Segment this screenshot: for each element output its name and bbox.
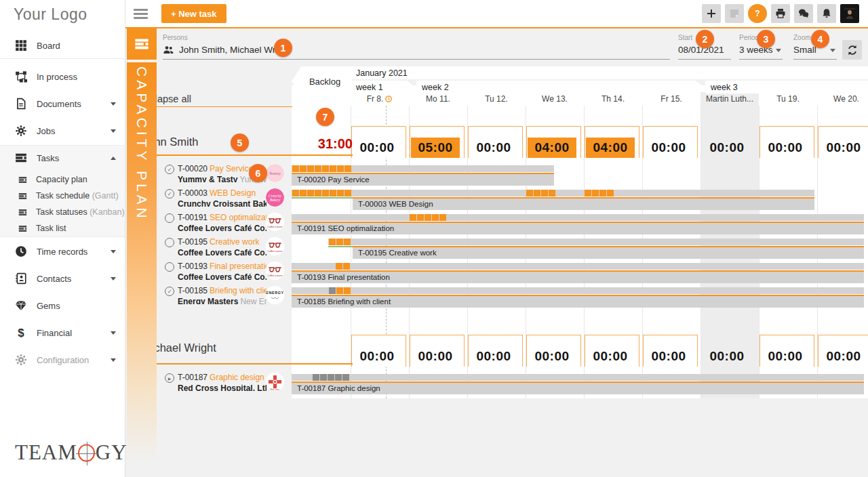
planned-hour-square [329, 239, 336, 245]
hours-cell[interactable]: 00:00 [701, 335, 756, 367]
hours-cell[interactable]: 00:00 [468, 335, 523, 367]
task-bar-label[interactable]: T-00195 Creative work [353, 247, 864, 259]
hours-cell[interactable]: 00:00 [760, 126, 814, 158]
task-status-play-icon[interactable]: ▶ [165, 373, 174, 383]
task-duration-bar[interactable] [292, 374, 864, 381]
task-status-done-icon[interactable]: ✓ [165, 189, 174, 199]
chat-icon[interactable] [794, 4, 813, 23]
task-row-text[interactable]: T-00195Creative workCoffee Lovers Café C… [178, 236, 267, 255]
sidebar-item-capacity-plan[interactable]: Capacity plan [0, 171, 125, 188]
task-bar-label[interactable]: T-00193 Final presentation [292, 272, 864, 283]
hours-value: 04:00 [528, 138, 576, 158]
help-icon[interactable]: ? [748, 4, 767, 23]
sidebar-item-configuration[interactable]: Configuration [0, 351, 125, 369]
task-duration-bar[interactable] [292, 287, 864, 294]
task-duration-bar[interactable] [292, 263, 864, 270]
capacity-plan-tab-icon[interactable] [127, 28, 157, 60]
sidebar-item-time-records[interactable]: Time records [0, 243, 125, 260]
planned-hour-square [344, 190, 351, 196]
day-header: Mo 11. [409, 94, 467, 104]
sidebar-item-in-process[interactable]: In process [0, 68, 125, 85]
planned-hour-square [315, 165, 321, 172]
planned-hour-square [330, 190, 336, 196]
task-status-done-icon[interactable]: ✓ [165, 287, 174, 296]
zoom-select[interactable]: Small [793, 45, 816, 55]
task-done-line [328, 246, 352, 247]
hours-cell[interactable]: 05:00 [410, 126, 465, 158]
hours-cell[interactable]: 00:00 [351, 335, 406, 367]
chevron-down-icon [111, 331, 116, 335]
task-client-rest: New Energ... [240, 297, 267, 305]
hours-cell[interactable]: 00:00 [818, 126, 868, 158]
task-row-text[interactable]: T-00187Graphic designRed Cross Hospital,… [178, 372, 267, 391]
hours-cell[interactable]: 04:00 [526, 126, 581, 158]
task-status-open-icon[interactable] [165, 262, 174, 272]
task-bar-label[interactable]: T-00003 WEB Design [353, 199, 814, 210]
task-code: T-00020 [178, 164, 208, 173]
hours-cell[interactable]: 04:00 [585, 126, 639, 158]
planned-hour-square [337, 190, 344, 196]
menu-icon[interactable] [134, 9, 148, 21]
hours-cell[interactable]: 00:00 [760, 335, 814, 367]
annotation-badge: 1 [274, 39, 292, 57]
hours-cell[interactable]: 00:00 [526, 335, 581, 367]
hours-cell[interactable]: 00:00 [701, 126, 756, 158]
new-task-button[interactable]: + New task [161, 4, 226, 23]
hours-cell[interactable]: 00:00 [643, 126, 698, 158]
notifications-icon[interactable] [817, 4, 836, 23]
sidebar-item-jobs[interactable]: Jobs [0, 122, 125, 140]
planned-hour-square [592, 190, 599, 196]
sidebar-item-gems[interactable]: Gems [0, 297, 125, 314]
hours-cell[interactable]: 00:00 [351, 126, 406, 158]
period-chevron-down-icon[interactable] [776, 49, 781, 52]
hours-cell[interactable]: 00:00 [643, 335, 698, 367]
sidebar-item-suffix: (Gantt) [90, 191, 118, 201]
teamogy-logo: TEAMGY [15, 440, 127, 465]
refresh-button[interactable] [842, 40, 862, 60]
task-duration-bar[interactable] [328, 239, 864, 245]
task-row-text[interactable]: T-00191SEO optimalizationCoffee Lovers C… [178, 212, 267, 231]
sidebar-item-financial[interactable]: $Financial [0, 324, 125, 341]
hours-cell[interactable]: 00:00 [818, 335, 868, 367]
hours-cell[interactable]: 00:00 [585, 335, 639, 367]
sidebar-item-task-statuses[interactable]: Task statuses (Kanban) [0, 203, 125, 221]
gear-icon [14, 354, 28, 366]
sidebar-item-task-list[interactable]: Task list [0, 220, 125, 237]
day-header: Fr 8. [351, 94, 409, 104]
print-icon[interactable] [771, 4, 790, 23]
task-code: T-00003 [178, 188, 208, 198]
sidebar-item-board[interactable]: Board [0, 37, 125, 54]
task-row-text[interactable]: T-00185Briefing with clientEnergy Master… [178, 285, 267, 304]
task-bar-label[interactable]: T-00187 Graphic design [292, 383, 864, 394]
task-status-open-icon[interactable] [165, 213, 174, 223]
add-icon[interactable] [702, 4, 721, 23]
task-bar-label[interactable]: T-00185 Briefing with client [292, 296, 864, 308]
task-status-open-icon[interactable] [165, 238, 174, 247]
task-title: WEB Design [210, 188, 256, 198]
planned-hour-square [300, 190, 307, 196]
annotation-badge: 5 [231, 133, 249, 152]
task-status-done-icon[interactable]: ✓ [165, 165, 174, 174]
sidebar-item-label: Task schedule [36, 191, 90, 201]
sidebar-item-tasks[interactable]: Tasks [0, 149, 125, 167]
task-bar-label[interactable]: T-00191 SEO optimalization [292, 223, 864, 234]
task-duration-bar[interactable] [292, 214, 864, 221]
notes-icon[interactable] [725, 4, 744, 23]
task-bar-label[interactable]: T-00020 Pay Service [292, 174, 554, 186]
task-row-text[interactable]: T-00003WEB DesignCrunchy Croissant Baker… [178, 188, 267, 207]
start-underline [678, 59, 731, 60]
planned-hour-square [336, 239, 343, 245]
hours-cell[interactable]: 00:00 [410, 335, 465, 367]
client-logo-redcross: Red Cross [266, 373, 284, 391]
sidebar-item-task-schedule[interactable]: Task schedule (Gantt) [0, 187, 125, 205]
week-header: week 3 [705, 81, 868, 94]
hours-cell[interactable]: 00:00 [468, 126, 523, 158]
week-label: week 1 [356, 83, 383, 92]
avatar[interactable] [840, 4, 859, 23]
planned-hour-square [292, 165, 299, 172]
task-row-text[interactable]: T-00193Final presentationCoffee Lovers C… [178, 261, 267, 280]
zoom-chevron-down-icon[interactable] [830, 49, 835, 52]
sidebar-item-label: Capacity plan [36, 175, 87, 184]
sidebar-item-contacts[interactable]: Contacts [0, 270, 125, 287]
sidebar-item-documents[interactable]: Documents [0, 95, 125, 112]
